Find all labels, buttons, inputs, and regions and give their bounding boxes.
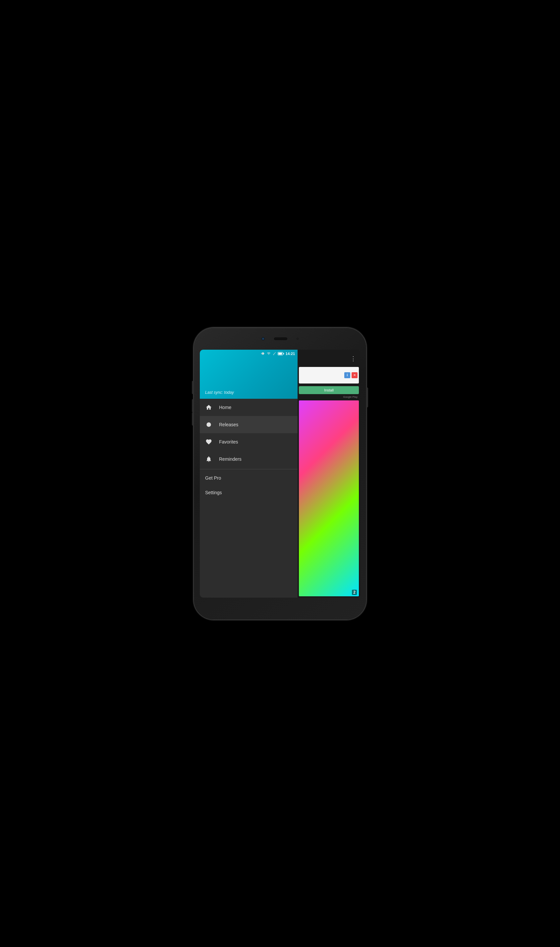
wifi-icon [266,351,271,357]
nav-items-list: Home Releases [200,399,298,597]
front-camera [262,337,265,340]
album-art: 2 [299,400,359,596]
ad-banner: i ✕ [299,367,359,383]
favorites-icon [205,438,212,445]
ad-info-icon[interactable]: i [344,372,350,378]
install-button[interactable]: Install [299,386,359,394]
status-bar: 14:21 [200,350,298,358]
navigation-drawer: 14:21 Last sync: today [200,350,298,597]
phone-device: 14:21 Last sync: today [194,328,366,619]
earpiece-speaker [274,337,287,340]
nav-divider [200,469,298,470]
drawer-header: 14:21 Last sync: today [200,350,298,399]
album-number: 2 [352,590,357,595]
releases-label: Releases [219,422,238,427]
nav-item-get-pro[interactable]: Get Pro [200,471,298,485]
screen-content: 14:21 Last sync: today [200,350,360,597]
favorites-label: Favorites [219,439,238,445]
settings-label: Settings [205,490,222,495]
svg-point-0 [206,422,211,427]
google-play-text: Google Play [298,396,360,399]
reminders-label: Reminders [219,456,242,462]
nav-item-home[interactable]: Home [200,399,298,416]
nav-item-settings[interactable]: Settings [200,485,298,500]
vibrate-icon [261,352,265,356]
home-icon [205,404,212,411]
sensor [297,338,298,340]
nav-item-reminders[interactable]: Reminders [200,450,298,468]
get-pro-label: Get Pro [205,475,221,480]
nav-item-favorites[interactable]: Favorites [200,433,298,450]
phone-screen: 14:21 Last sync: today [200,350,360,597]
nav-item-releases[interactable]: Releases [200,416,298,433]
home-label: Home [219,405,231,410]
reminders-icon [205,456,212,463]
app-header-partial: ⋮ [298,350,360,366]
ad-close-icon[interactable]: ✕ [352,372,357,378]
signal-icon [272,351,276,357]
battery-icon [278,352,283,355]
status-icons: 14:21 [261,351,295,357]
status-time: 14:21 [286,352,295,356]
phone-notch [257,334,303,344]
releases-icon [205,421,212,428]
last-sync-text: Last sync: today [205,390,234,395]
app-content-partial: ⋮ i ✕ Install Google Play 2 [298,350,360,597]
more-options-icon[interactable]: ⋮ [349,354,357,363]
